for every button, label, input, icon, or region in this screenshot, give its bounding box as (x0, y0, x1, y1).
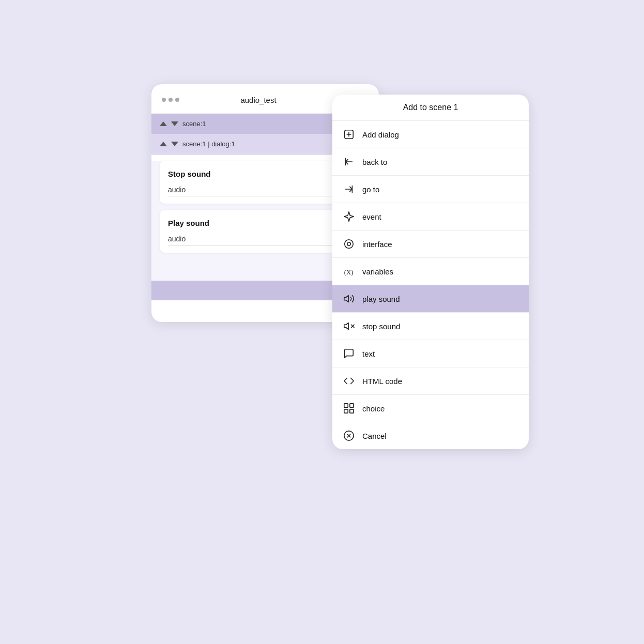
triangle-down-icon (171, 121, 178, 126)
menu-label-interface: interface (362, 240, 392, 249)
stop-sound-title: Stop sound (168, 170, 211, 178)
text-icon (343, 347, 355, 360)
menu-label-text: text (362, 349, 375, 358)
svg-marker-12 (344, 323, 348, 330)
html-code-icon (343, 375, 355, 387)
dot-2 (168, 98, 173, 102)
menu-label-html-code: HTML code (362, 377, 402, 386)
menu-item-add-dialog[interactable]: Add dialog (332, 121, 529, 148)
choice-icon (343, 402, 355, 415)
main-container: audio_test scene:1 ☰ (110, 64, 534, 580)
play-sound-icon (343, 293, 355, 305)
dot-3 (175, 98, 179, 102)
interface-icon (343, 238, 355, 250)
variables-icon: (X) (343, 265, 355, 278)
menu-item-variables[interactable]: (X) variables (332, 258, 529, 285)
menu-item-stop-sound[interactable]: stop sound (332, 313, 529, 340)
dialog-triangle-down-icon (171, 142, 178, 146)
play-sound-title: Play sound (168, 219, 209, 227)
menu-item-cancel[interactable]: Cancel (332, 422, 529, 449)
svg-rect-15 (344, 404, 348, 407)
app-title: audio_test (179, 96, 338, 104)
right-panel-header: Add to scene 1 (332, 95, 529, 121)
menu-label-play-sound: play sound (362, 295, 400, 303)
svg-point-8 (345, 240, 354, 249)
menu-item-choice[interactable]: choice (332, 395, 529, 422)
menu-label-back-to: back to (362, 158, 387, 166)
right-panel: Add to scene 1 Add dialog back (332, 95, 529, 449)
svg-marker-11 (344, 296, 348, 302)
dot-1 (162, 98, 166, 102)
menu-label-event: event (362, 212, 381, 221)
triangle-up-icon (160, 121, 167, 126)
menu-item-play-sound[interactable]: play sound (332, 285, 529, 313)
menu-label-variables: variables (362, 267, 393, 276)
menu-label-go-to: go to (362, 185, 379, 194)
menu-item-text[interactable]: text (332, 340, 529, 367)
menu-item-interface[interactable]: interface (332, 231, 529, 258)
svg-point-9 (347, 242, 350, 246)
menu-label-stop-sound: stop sound (362, 322, 400, 331)
svg-rect-16 (350, 404, 354, 407)
menu-item-go-to[interactable]: go to (332, 176, 529, 203)
stop-sound-icon (343, 320, 355, 332)
add-dialog-icon (343, 128, 355, 141)
svg-rect-18 (350, 409, 354, 413)
menu-label-add-dialog: Add dialog (362, 130, 399, 139)
cancel-icon (343, 430, 355, 442)
menu-item-event[interactable]: event (332, 203, 529, 231)
go-to-icon (343, 183, 355, 195)
window-dots (162, 98, 179, 102)
menu-item-html-code[interactable]: HTML code (332, 367, 529, 395)
back-to-icon (343, 156, 355, 168)
svg-text:(X): (X) (344, 269, 354, 276)
event-icon (343, 210, 355, 223)
menu-label-choice: choice (362, 404, 385, 413)
svg-rect-17 (344, 409, 348, 413)
dialog-triangle-up-icon (160, 142, 167, 146)
menu-item-back-to[interactable]: back to (332, 148, 529, 176)
menu-label-cancel: Cancel (362, 432, 387, 440)
